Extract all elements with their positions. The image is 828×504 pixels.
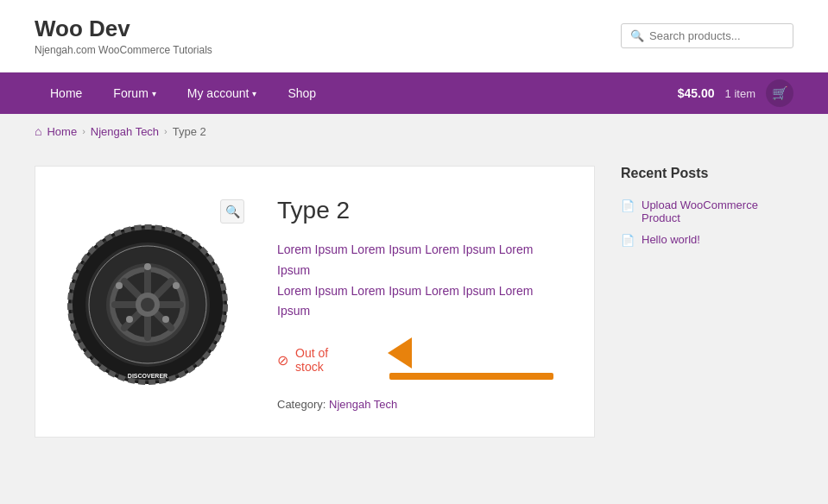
out-of-stock-wrap: ⊘ Out of stock [277,337,568,382]
out-of-stock-icon: ⊘ [277,352,288,369]
svg-point-17 [162,316,169,323]
category-link[interactable]: Njengah Tech [329,398,397,411]
arrow-line [389,373,553,380]
product-category: Category: Njengah Tech [277,398,568,411]
sidebar: Recent Posts 📄 Upload WooCommerce Produc… [621,166,793,438]
cart-amount: $45.00 [678,86,715,100]
site-branding: Woo Dev Njengah.com WooCommerce Tutorial… [35,16,212,56]
product-info: Type 2 Lorem Ipsum Lorem Ipsum Lorem Ips… [277,192,568,411]
search-bar[interactable]: 🔍 [621,23,793,48]
zoom-icon[interactable]: 🔍 [220,199,244,224]
product-image: DISCOVERER [61,218,234,391]
cart-area: $45.00 1 item 🛒 [678,79,793,107]
search-icon: 🔍 [630,29,644,42]
sidebar-post-1: 📄 Upload WooCommerce Product [621,198,793,224]
search-input[interactable] [649,29,784,42]
nav-item-home[interactable]: Home [35,72,98,114]
breadcrumb: ⌂ Home › Njengah Tech › Type 2 [0,114,828,148]
cart-icon[interactable]: 🛒 [766,79,793,107]
svg-point-16 [173,282,180,289]
site-subtitle: Njengah.com WooCommerce Tutorials [35,44,212,56]
post-icon-2: 📄 [621,234,635,247]
cart-count: 1 item [725,87,755,100]
out-of-stock-label: Out of stock [295,346,357,374]
breadcrumb-sep2: › [164,126,167,136]
svg-text:DISCOVERER: DISCOVERER [128,373,167,379]
site-title: Woo Dev [35,16,212,42]
svg-point-15 [144,263,151,270]
main-content: 🔍 [0,148,828,472]
category-label: Category: [277,398,326,411]
product-area: 🔍 [35,166,595,438]
nav-left: Home Forum ▾ My account ▾ Shop [35,72,332,114]
arrow-head [388,337,412,369]
sidebar-post-link-2[interactable]: Hello world! [642,233,700,246]
breadcrumb-sep1: › [82,126,85,136]
svg-point-13 [141,298,155,312]
nav-item-forum[interactable]: Forum ▾ [98,72,171,114]
sidebar-post-link-1[interactable]: Upload WooCommerce Product [642,198,793,224]
product-title: Type 2 [277,197,568,224]
nav-item-myaccount[interactable]: My account ▾ [172,72,273,114]
breadcrumb-home[interactable]: Home [47,125,77,138]
svg-point-18 [126,316,133,323]
product-desc-line1: Lorem Ipsum Lorem Ipsum Lorem Ipsum Lore… [277,240,568,281]
svg-point-19 [116,282,123,289]
nav-home-label: Home [50,86,82,100]
product-description: Lorem Ipsum Lorem Ipsum Lorem Ipsum Lore… [277,240,568,322]
myaccount-dropdown-arrow: ▾ [252,89,256,98]
nav-shop-label: Shop [288,86,316,100]
product-desc-line2: Lorem Ipsum Lorem Ipsum Lorem Ipsum Lore… [277,281,568,323]
nav-item-shop[interactable]: Shop [272,72,332,114]
forum-dropdown-arrow: ▾ [152,89,156,98]
breadcrumb-current: Type 2 [173,125,206,138]
nav-myaccount-label: My account [187,86,250,100]
sidebar-post-2: 📄 Hello world! [621,233,793,247]
header: Woo Dev Njengah.com WooCommerce Tutorial… [0,0,828,72]
post-icon-1: 📄 [621,199,635,212]
home-icon: ⌂ [35,124,41,138]
sidebar-title: Recent Posts [621,166,793,186]
arrow-annotation [389,337,569,382]
breadcrumb-category[interactable]: Njengah Tech [91,125,159,138]
product-image-wrap: 🔍 [61,192,251,411]
nav-forum-label: Forum [113,86,148,100]
main-nav: Home Forum ▾ My account ▾ Shop $45.00 1 … [0,72,828,114]
